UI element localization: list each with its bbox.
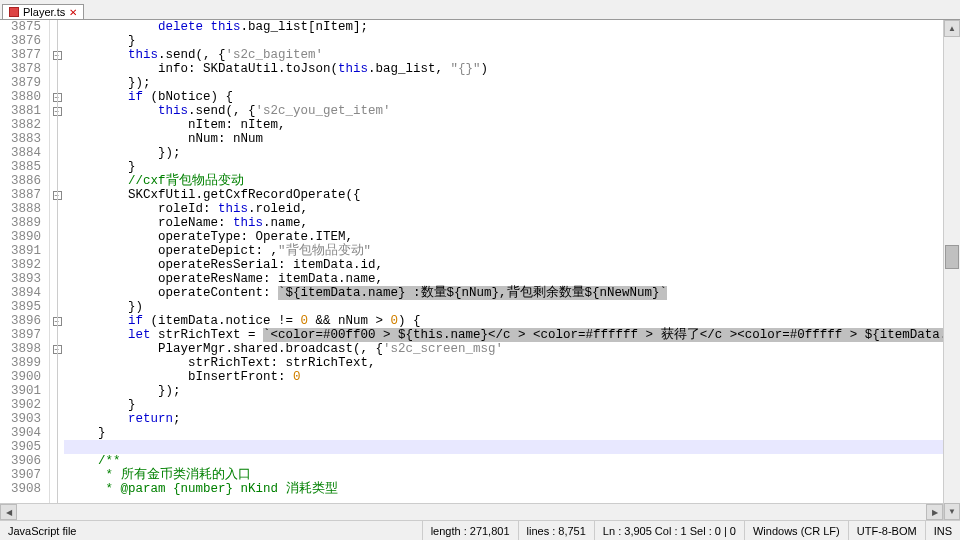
status-position: Ln : 3,905 Col : 1 Sel : 0 | 0 (595, 521, 745, 540)
code-editor[interactable]: 3875387638773878387938803881388238833884… (0, 20, 960, 520)
scroll-thumb[interactable] (945, 245, 959, 269)
code-area[interactable]: delete this.bag_list[nItem]; } this.send… (64, 20, 960, 520)
file-tab[interactable]: Player.ts ✕ (2, 4, 84, 19)
file-icon (9, 7, 19, 17)
tab-filename: Player.ts (23, 6, 65, 18)
status-filetype: JavaScript file (0, 521, 423, 540)
tab-bar: Player.ts ✕ (0, 0, 960, 20)
vertical-scrollbar[interactable]: ▲ ▼ (943, 20, 960, 520)
close-icon[interactable]: ✕ (69, 7, 77, 18)
status-length: length : 271,801 (423, 521, 519, 540)
fold-margin[interactable]: −−−−−− (50, 20, 64, 520)
status-mode[interactable]: INS (926, 521, 960, 540)
status-encoding[interactable]: UTF-8-BOM (849, 521, 926, 540)
scroll-up-icon[interactable]: ▲ (944, 20, 960, 37)
status-lines: lines : 8,751 (519, 521, 595, 540)
status-eol[interactable]: Windows (CR LF) (745, 521, 849, 540)
scroll-down-icon[interactable]: ▼ (944, 503, 960, 520)
scroll-left-icon[interactable]: ◀ (0, 504, 17, 520)
horizontal-scrollbar[interactable]: ◀ ▶ (0, 503, 943, 520)
status-bar: JavaScript file length : 271,801 lines :… (0, 520, 960, 540)
line-numbers: 3875387638773878387938803881388238833884… (0, 20, 50, 520)
scroll-right-icon[interactable]: ▶ (926, 504, 943, 520)
